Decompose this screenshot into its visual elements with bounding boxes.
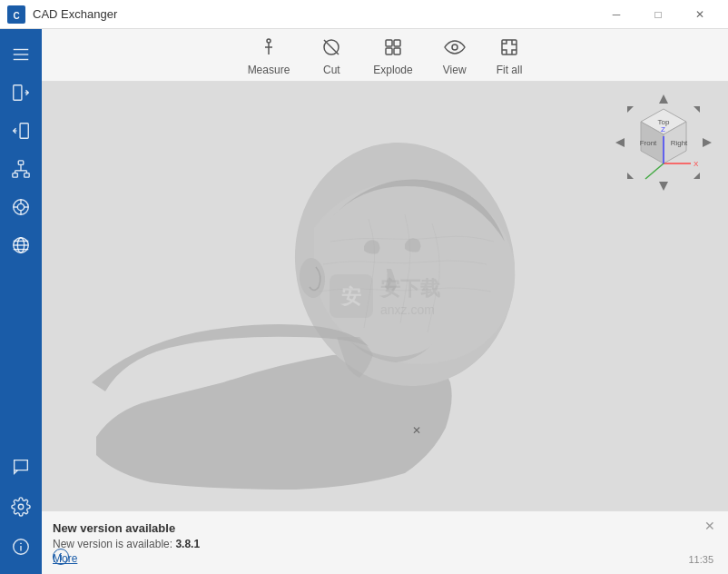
svg-marker-55 bbox=[694, 173, 700, 179]
fit-all-icon bbox=[498, 36, 520, 58]
svg-rect-38 bbox=[386, 48, 392, 54]
toolbar-explode[interactable]: Explode bbox=[373, 35, 412, 76]
cut-label: Cut bbox=[323, 64, 340, 76]
sidebar-item-settings[interactable] bbox=[3, 489, 39, 525]
sidebar-item-import[interactable] bbox=[3, 74, 39, 111]
svg-rect-37 bbox=[394, 40, 400, 46]
svg-point-17 bbox=[17, 203, 24, 210]
svg-point-40 bbox=[452, 45, 457, 50]
title-bar: C CAD Exchanger ─ □ ✕ bbox=[0, 0, 728, 29]
svg-rect-7 bbox=[20, 124, 28, 139]
sidebar-item-properties[interactable] bbox=[3, 189, 39, 225]
maximize-button[interactable]: □ bbox=[637, 0, 679, 29]
svg-text:X: X bbox=[694, 160, 699, 168]
svg-text:✕: ✕ bbox=[412, 424, 421, 437]
svg-rect-36 bbox=[386, 40, 392, 46]
import-icon bbox=[11, 83, 31, 103]
explode-icon bbox=[382, 36, 404, 58]
globe-icon bbox=[11, 235, 31, 255]
sidebar-top bbox=[3, 33, 39, 449]
svg-rect-5 bbox=[14, 85, 22, 101]
status-time: 11:35 bbox=[688, 554, 713, 565]
app-logo: C bbox=[7, 5, 25, 24]
close-button[interactable]: ✕ bbox=[679, 0, 721, 29]
navigation-cube[interactable]: Top Front Right X Z bbox=[614, 93, 713, 193]
sidebar-item-web[interactable] bbox=[3, 227, 39, 263]
svg-point-30 bbox=[21, 543, 22, 544]
svg-marker-52 bbox=[627, 106, 634, 113]
svg-marker-54 bbox=[627, 173, 634, 179]
status-bar: ✕ New version available New version is a… bbox=[42, 510, 728, 574]
fit-all-label: Fit all bbox=[497, 64, 523, 76]
explode-icon-container bbox=[380, 35, 406, 60]
nav-cube-svg: Top Front Right X Z bbox=[614, 93, 713, 193]
sidebar-item-menu[interactable] bbox=[3, 36, 39, 73]
sidebar bbox=[0, 29, 42, 574]
toolbar-measure[interactable]: Measure bbox=[248, 35, 290, 76]
main-layout: Measure Cut bbox=[0, 29, 728, 574]
view-icon bbox=[444, 36, 466, 58]
cut-icon bbox=[320, 36, 342, 58]
gear-icon bbox=[11, 497, 31, 517]
export-icon bbox=[11, 121, 31, 141]
content-area: Measure Cut bbox=[42, 29, 728, 574]
svg-point-27 bbox=[18, 504, 24, 510]
viewport[interactable]: ✕ 安 安下载 anxz.com bbox=[42, 82, 728, 510]
info-icon bbox=[11, 537, 31, 557]
svg-text:Right: Right bbox=[671, 139, 688, 147]
measure-label: Measure bbox=[248, 64, 290, 76]
status-title: New version available bbox=[53, 521, 717, 535]
status-message-text: New version is available: bbox=[53, 538, 175, 550]
sidebar-item-info[interactable] bbox=[3, 529, 39, 565]
svg-text:C: C bbox=[13, 11, 19, 21]
svg-rect-11 bbox=[25, 173, 29, 178]
sidebar-item-assembly[interactable] bbox=[3, 151, 39, 187]
svg-text:Z: Z bbox=[661, 125, 665, 134]
info-badge-icon: i bbox=[53, 549, 69, 565]
sidebar-item-chat[interactable] bbox=[3, 449, 39, 485]
svg-marker-50 bbox=[615, 138, 625, 147]
svg-marker-49 bbox=[659, 182, 668, 191]
cut-icon-container bbox=[319, 35, 344, 60]
svg-marker-53 bbox=[694, 106, 700, 113]
menu-icon bbox=[11, 45, 31, 64]
window-controls: ─ □ ✕ bbox=[595, 0, 721, 29]
sidebar-bottom bbox=[3, 449, 39, 574]
app-title: CAD Exchanger bbox=[33, 7, 117, 21]
title-bar-left: C CAD Exchanger bbox=[7, 5, 117, 24]
chat-icon bbox=[11, 457, 31, 477]
toolbar-fit-all[interactable]: Fit all bbox=[497, 35, 523, 76]
fit-all-icon-container bbox=[497, 35, 522, 60]
svg-line-64 bbox=[645, 163, 664, 179]
explode-label: Explode bbox=[373, 64, 412, 76]
svg-rect-10 bbox=[13, 173, 18, 178]
toolbar-cut[interactable]: Cut bbox=[319, 35, 344, 76]
status-message: New version is available: 3.8.1 bbox=[53, 538, 717, 550]
status-version-number: 3.8.1 bbox=[175, 538, 200, 550]
svg-marker-48 bbox=[659, 94, 668, 104]
view-label: View bbox=[443, 64, 467, 76]
measure-icon-container bbox=[256, 35, 281, 60]
svg-rect-41 bbox=[502, 40, 516, 54]
svg-rect-39 bbox=[394, 48, 400, 54]
toolbar: Measure Cut bbox=[42, 29, 728, 82]
measure-icon bbox=[258, 36, 280, 58]
sidebar-item-export[interactable] bbox=[3, 113, 39, 149]
minimize-button[interactable]: ─ bbox=[595, 0, 637, 29]
status-more-link[interactable]: More bbox=[53, 552, 717, 565]
svg-rect-9 bbox=[18, 161, 24, 165]
assembly-icon bbox=[11, 159, 31, 179]
status-close-button[interactable]: ✕ bbox=[703, 519, 717, 533]
svg-point-31 bbox=[267, 39, 271, 43]
toolbar-view[interactable]: View bbox=[442, 35, 467, 76]
view-icon-container bbox=[442, 35, 467, 60]
properties-icon bbox=[11, 197, 31, 217]
svg-text:Front: Front bbox=[640, 139, 657, 147]
svg-marker-51 bbox=[703, 138, 712, 147]
